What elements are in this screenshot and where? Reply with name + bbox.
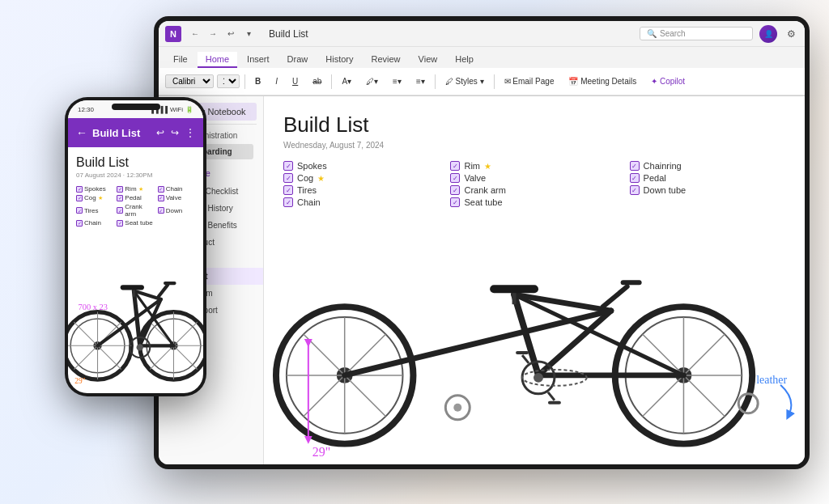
checkbox-pedal[interactable] bbox=[630, 173, 640, 183]
phone-check-spokes: ✓ Spokes bbox=[76, 185, 113, 193]
styles-button[interactable]: 🖊 Styles ▾ bbox=[440, 75, 489, 87]
battery-icon: 🔋 bbox=[185, 106, 193, 113]
svg-text:leather: leather bbox=[756, 374, 787, 386]
phone-check-tires: ✓ Tires bbox=[76, 203, 113, 218]
bike-illustration-area: 700 x 23 neutral frame leather 29" titan… bbox=[264, 222, 805, 464]
svg-text:29": 29" bbox=[74, 377, 85, 385]
phone-check-chain2: ✓ Chain bbox=[158, 185, 195, 193]
svg-line-26 bbox=[522, 355, 529, 363]
label-chainring: Chainring bbox=[644, 161, 682, 171]
forward-button[interactable]: → bbox=[206, 27, 220, 41]
phone-back-button[interactable]: ← bbox=[76, 126, 87, 139]
phone-checkbox-rim[interactable]: ✓ bbox=[117, 186, 123, 193]
check-chain: Chain bbox=[283, 197, 426, 207]
phone-time: 12:30 bbox=[78, 106, 94, 113]
phone-checkbox-down[interactable]: ✓ bbox=[158, 207, 164, 214]
phone-label-rim: Rim bbox=[125, 185, 136, 193]
phone-check-chain3: ✓ Chain bbox=[76, 219, 113, 227]
meeting-details-button[interactable]: 📅 Meeting Details bbox=[563, 75, 641, 87]
tab-review[interactable]: Review bbox=[363, 52, 409, 68]
check-spokes: Spokes bbox=[283, 161, 426, 171]
titlebar: N ← → ↩ ▾ Build List 🔍 Search 👤 ⚙ bbox=[159, 21, 805, 47]
page-title: Build List bbox=[283, 112, 785, 138]
phone-checkbox-cog[interactable]: ✓ bbox=[76, 195, 83, 201]
label-pedal: Pedal bbox=[644, 173, 666, 183]
phone-check-down: ✓ Down bbox=[158, 203, 195, 218]
email-page-button[interactable]: ✉ Email Page bbox=[500, 75, 559, 87]
ribbon: File Home Insert Draw History Review Vie… bbox=[159, 47, 805, 96]
check-pedal: Pedal bbox=[630, 173, 785, 183]
page-content: Build List Wednesday, August 7, 2024 Spo… bbox=[264, 96, 805, 464]
checkbox-rim[interactable] bbox=[450, 161, 460, 171]
font-size-select[interactable]: 11 bbox=[217, 74, 240, 88]
font-controls: Calibri 11 bbox=[165, 74, 240, 88]
strikethrough-button[interactable]: ab bbox=[308, 75, 326, 87]
phone-titlebar: ← Build List ↩ ↪ ⋮ bbox=[68, 118, 203, 147]
phone-more-icon[interactable]: ⋮ bbox=[185, 127, 195, 138]
phone-label-down: Down bbox=[166, 207, 182, 214]
label-rim: Rim bbox=[464, 161, 480, 171]
svg-text:700 x 23: 700 x 23 bbox=[657, 463, 708, 464]
checkbox-valve[interactable] bbox=[450, 173, 460, 183]
search-placeholder: Search bbox=[660, 29, 686, 38]
svg-rect-62 bbox=[121, 285, 144, 290]
tab-file[interactable]: File bbox=[165, 52, 196, 68]
phone-check-valve: ✓ Valve bbox=[158, 194, 195, 201]
pin-button[interactable]: ▾ bbox=[241, 27, 256, 41]
tab-draw[interactable]: Draw bbox=[279, 52, 317, 68]
bold-button[interactable]: B bbox=[250, 75, 266, 87]
settings-icon[interactable]: ⚙ bbox=[784, 27, 798, 41]
svg-point-67 bbox=[137, 344, 143, 350]
undo-button[interactable]: ↩ bbox=[223, 27, 238, 41]
phone-label-crankarm: Crank arm bbox=[125, 203, 154, 218]
user-avatar[interactable]: 👤 bbox=[759, 25, 777, 43]
italic-button[interactable]: I bbox=[270, 75, 283, 87]
phone-checkbox-tires[interactable]: ✓ bbox=[76, 207, 83, 214]
checkbox-chain[interactable] bbox=[283, 197, 293, 207]
phone-checkbox-valve[interactable]: ✓ bbox=[158, 195, 164, 201]
checkbox-cog[interactable] bbox=[283, 173, 293, 183]
phone-checkbox-spokes[interactable]: ✓ bbox=[76, 186, 83, 193]
label-downtube: Down tube bbox=[644, 185, 687, 195]
tab-view[interactable]: View bbox=[410, 52, 446, 68]
checkbox-downtube[interactable] bbox=[630, 185, 640, 195]
phone-checkbox-chain2[interactable]: ✓ bbox=[158, 186, 164, 193]
phone-check-pedal: ✓ Pedal bbox=[117, 194, 154, 201]
phone-label-cog: Cog bbox=[84, 194, 96, 201]
bullets-button[interactable]: ≡▾ bbox=[388, 75, 406, 87]
underline-button[interactable]: U bbox=[287, 75, 303, 87]
tab-history[interactable]: History bbox=[317, 52, 361, 68]
font-family-select[interactable]: Calibri bbox=[165, 74, 214, 88]
tab-help[interactable]: Help bbox=[447, 52, 482, 68]
font-color-button[interactable]: A▾ bbox=[337, 75, 356, 87]
svg-text:700 x 23: 700 x 23 bbox=[79, 303, 108, 311]
phone-undo-icon[interactable]: ↩ bbox=[156, 127, 164, 138]
phone-label-tires: Tires bbox=[84, 207, 98, 214]
wifi-icon: WiFi bbox=[170, 106, 183, 113]
copilot-button[interactable]: ✦ Copilot bbox=[646, 75, 690, 87]
tab-home[interactable]: Home bbox=[198, 52, 237, 68]
checkbox-chainring[interactable] bbox=[630, 161, 640, 171]
phone-checkbox-pedal[interactable]: ✓ bbox=[117, 195, 123, 201]
numbering-button[interactable]: ≡▾ bbox=[411, 75, 430, 87]
check-seattube: Seat tube bbox=[450, 197, 605, 207]
checkbox-seattube[interactable] bbox=[450, 197, 460, 207]
phone-checkbox-seattube[interactable]: ✓ bbox=[117, 220, 123, 227]
phone-checkbox-crankarm[interactable]: ✓ bbox=[117, 207, 123, 214]
titlebar-title: Build List bbox=[262, 28, 633, 40]
svg-text:29": 29" bbox=[312, 445, 330, 459]
checkbox-crankarm[interactable] bbox=[450, 185, 460, 195]
highlight-button[interactable]: 🖊▾ bbox=[361, 75, 383, 87]
back-button[interactable]: ← bbox=[188, 27, 202, 41]
check-cog: Cog ★ bbox=[283, 173, 426, 183]
phone-label-pedal: Pedal bbox=[125, 194, 141, 201]
phone-checkbox-chain3[interactable]: ✓ bbox=[76, 220, 83, 227]
titlebar-search[interactable]: 🔍 Search bbox=[640, 27, 753, 40]
ribbon-toolbar: Calibri 11 B I U ab A▾ 🖊▾ ≡▾ ≡▾ 🖊 Styles… bbox=[159, 68, 805, 95]
tab-insert[interactable]: Insert bbox=[239, 52, 278, 68]
checkbox-tires[interactable] bbox=[283, 185, 293, 195]
check-rim: Rim ★ bbox=[450, 161, 605, 171]
svg-point-32 bbox=[453, 404, 461, 412]
phone-redo-icon[interactable]: ↪ bbox=[171, 127, 179, 138]
checkbox-spokes[interactable] bbox=[283, 161, 293, 171]
